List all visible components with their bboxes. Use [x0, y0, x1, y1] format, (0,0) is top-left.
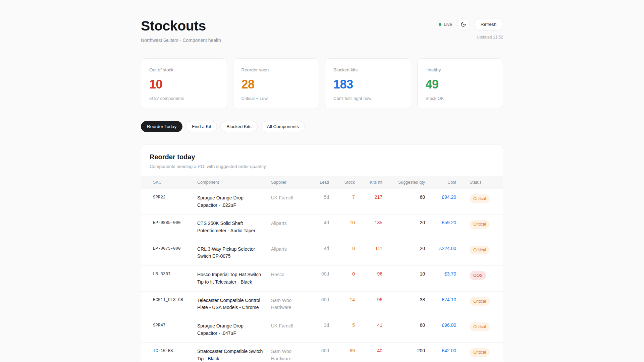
cost-link[interactable]: £42.00	[425, 343, 456, 362]
status-badge: Critical	[470, 348, 490, 357]
table-row[interactable]: TC-10-BK Stratocaster Compatible Switch …	[141, 343, 503, 362]
cost-link[interactable]: £94.20	[425, 189, 456, 215]
stock-cell: 14	[329, 291, 355, 317]
lead-cell: 60d	[305, 291, 329, 317]
stat-label: Blocked kits	[333, 67, 403, 72]
stat-value: 10	[149, 77, 219, 92]
dark-mode-toggle[interactable]	[457, 18, 470, 31]
status-cell: Critical	[456, 189, 503, 215]
status-cell: OOS	[456, 266, 503, 291]
stock-cell: 8	[329, 240, 355, 265]
stat-card-healthy: Healthy 49 Stock OK	[417, 58, 503, 109]
component-cell: CTS 250K Solid Shaft Potentiometer - Aud…	[197, 215, 271, 240]
stat-sub: of 87 components	[149, 96, 219, 101]
suggested-qty-cell: 200	[382, 343, 425, 362]
header-controls: Live Refresh Updated 21:52	[439, 18, 503, 40]
col-header-suggested-qty: Suggested qty	[382, 176, 425, 189]
status-cell: Critical	[456, 317, 503, 342]
cost-link[interactable]: £59.20	[425, 215, 456, 240]
table-row[interactable]: LB-330I Hosco Imperial Top Hat Switch Ti…	[141, 266, 503, 291]
kits-hit-cell: 41	[355, 317, 382, 342]
title-block: Stockouts Northwest Guitars · Component …	[141, 18, 221, 43]
col-header-lead: Lead	[305, 176, 329, 189]
suggested-qty-cell: 20	[382, 240, 425, 265]
kits-hit-cell: 111	[355, 240, 382, 265]
cost-link[interactable]: £224.00	[425, 240, 456, 265]
stock-cell: 7	[329, 189, 355, 215]
kits-hit-cell: 40	[355, 343, 382, 362]
kits-hit-cell: 217	[355, 189, 382, 215]
controls-row: Live Refresh	[439, 18, 503, 31]
status-badge: Critical	[470, 297, 490, 306]
lead-cell: 60d	[305, 343, 329, 362]
stat-label: Healthy	[426, 67, 495, 72]
kits-hit-cell: 96	[355, 291, 382, 317]
stock-cell: 5	[329, 317, 355, 342]
tab-bar: Reorder Today Find a Kit Blocked Kits Al…	[141, 121, 503, 132]
lead-cell: 3d	[305, 317, 329, 342]
lead-cell: 4d	[305, 215, 329, 240]
col-header-component: Component	[197, 176, 271, 189]
stat-card-reorder-soon: Reorder soon 28 Critical + Low	[233, 58, 319, 109]
stat-value: 49	[426, 77, 495, 92]
sku-cell: SPR47	[141, 317, 197, 342]
col-header-cost: Cost	[425, 176, 456, 189]
sku-cell: EP-0075-000	[141, 240, 197, 265]
lead-cell: 5d	[305, 189, 329, 215]
live-dot-icon	[439, 23, 441, 26]
status-badge: Critical	[470, 194, 490, 203]
component-cell: Telecaster Compatible Control Plate - US…	[197, 291, 271, 317]
tab-blocked-kits[interactable]: Blocked Kits	[220, 121, 257, 132]
supplier-cell: Sam Woo Hardware	[271, 291, 305, 317]
status-cell: Critical	[456, 291, 503, 317]
refresh-button[interactable]: Refresh	[474, 18, 503, 31]
cost-link[interactable]: £96.00	[425, 317, 456, 342]
status-cell: Critical	[456, 343, 503, 362]
page-title: Stockouts	[141, 18, 221, 34]
tab-find-a-kit[interactable]: Find a Kit	[186, 121, 217, 132]
stat-label: Reorder soon	[241, 67, 311, 72]
kits-hit-cell: 96	[355, 266, 382, 291]
sku-cell: TC-10-BK	[141, 343, 197, 362]
tab-all-components[interactable]: All Components	[261, 121, 305, 132]
table-header-row: SKU Component Supplier Lead Stock Kits h…	[141, 176, 503, 189]
cost-link[interactable]: £74.10	[425, 291, 456, 317]
page-subtitle: Northwest Guitars · Component health	[141, 38, 221, 43]
table-row[interactable]: HC011_CTS-CR Telecaster Compatible Contr…	[141, 291, 503, 317]
status-cell: Critical	[456, 215, 503, 240]
kits-hit-cell: 135	[355, 215, 382, 240]
live-label: Live	[444, 22, 452, 27]
suggested-qty-cell: 60	[382, 189, 425, 215]
supplier-cell: UK Farnell	[271, 189, 305, 215]
stat-sub: Critical + Low	[241, 96, 311, 101]
component-cell: Stratocaster Compatible Switch Tip - Bla…	[197, 343, 271, 362]
page-container: Stockouts Northwest Guitars · Component …	[141, 0, 503, 362]
table-row[interactable]: EP-0075-000 CRL 3-Way Pickup Selector Sw…	[141, 240, 503, 265]
component-cell: Sprague Orange Drop Capacitor - .047uF	[197, 317, 271, 342]
stat-value: 183	[333, 77, 403, 92]
col-header-kits-hit: Kits hit	[355, 176, 382, 189]
status-badge: Critical	[470, 322, 490, 331]
sku-cell: EP-0885-000	[141, 215, 197, 240]
cost-link[interactable]: £3.70	[425, 266, 456, 291]
panel-subtitle: Components needing a PO, with suggested …	[150, 164, 494, 169]
reorder-table: SKU Component Supplier Lead Stock Kits h…	[141, 176, 503, 362]
table-row[interactable]: EP-0885-000 CTS 250K Solid Shaft Potenti…	[141, 215, 503, 240]
suggested-qty-cell: 60	[382, 317, 425, 342]
stat-label: Out of stock	[149, 67, 219, 72]
component-cell: Sprague Orange Drop Capacitor - .022uF	[197, 189, 271, 215]
col-header-sku: SKU	[141, 176, 197, 189]
lead-cell: 90d	[305, 266, 329, 291]
stats-row: Out of stock 10 of 87 components Reorder…	[141, 58, 503, 109]
sku-cell: HC011_CTS-CR	[141, 291, 197, 317]
sku-cell: SPR22	[141, 189, 197, 215]
supplier-cell: Hosco	[271, 266, 305, 291]
tab-reorder-today[interactable]: Reorder Today	[141, 121, 182, 132]
col-header-status: Status	[456, 176, 503, 189]
table-row[interactable]: SPR22 Sprague Orange Drop Capacitor - .0…	[141, 189, 503, 215]
panel-title: Reorder today	[150, 153, 494, 161]
supplier-cell: Allparts	[271, 240, 305, 265]
stat-card-out-of-stock: Out of stock 10 of 87 components	[141, 58, 227, 109]
suggested-qty-cell: 38	[382, 291, 425, 317]
table-row[interactable]: SPR47 Sprague Orange Drop Capacitor - .0…	[141, 317, 503, 342]
